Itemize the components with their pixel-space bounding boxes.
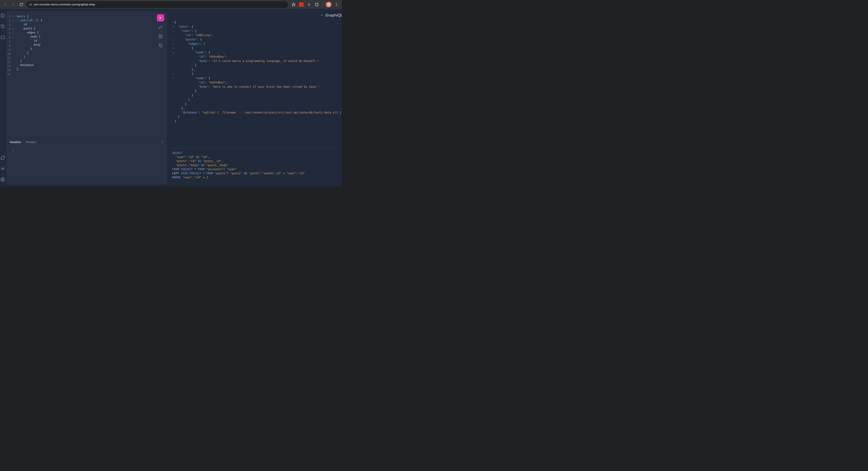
collapse-tabs-icon[interactable] xyxy=(161,140,164,144)
back-button[interactable] xyxy=(2,1,8,8)
browser-toolbar: join-monster-demo.onrender.com/graphql-r… xyxy=(0,0,342,9)
sidebar xyxy=(0,9,5,186)
svg-point-7 xyxy=(336,4,337,5)
svg-rect-16 xyxy=(160,45,162,47)
svg-point-14 xyxy=(159,29,159,29)
svg-point-11 xyxy=(2,179,3,180)
line-gutter: 1 ▾2 ▾3 4 ▾5 ▾6 ▾7 8 9 10 11 12 13 14 15 xyxy=(6,11,15,138)
execute-button[interactable] xyxy=(157,14,164,22)
response-panel: + GraphiQL ▾{▾ "data": {▾ "user": { "id"… xyxy=(167,11,342,184)
bookmark-icon[interactable] xyxy=(291,2,296,7)
copy-icon[interactable] xyxy=(157,42,164,49)
reload-button[interactable] xyxy=(18,1,24,8)
merge-icon[interactable] xyxy=(157,33,164,39)
shortcuts-icon[interactable] xyxy=(0,166,5,171)
query-panel: 1 ▾2 ▾3 4 ▾5 ▾6 ▾7 8 9 10 11 12 13 14 15… xyxy=(6,11,167,184)
forward-button[interactable] xyxy=(10,1,16,8)
svg-point-6 xyxy=(336,3,337,4)
svg-marker-4 xyxy=(292,3,296,6)
incognito-icon[interactable] xyxy=(306,2,312,7)
line-gutter: 1 xyxy=(6,146,15,184)
history-icon[interactable] xyxy=(0,24,5,29)
explorer-icon[interactable] xyxy=(0,35,5,40)
extension-icon[interactable] xyxy=(299,2,304,7)
menu-icon[interactable] xyxy=(334,2,339,7)
svg-point-8 xyxy=(336,5,337,6)
graphiql-logo: GraphiQL xyxy=(325,13,342,18)
svg-rect-9 xyxy=(1,14,4,18)
site-info-icon[interactable] xyxy=(29,3,32,6)
svg-marker-12 xyxy=(160,17,162,19)
svg-point-13 xyxy=(162,26,162,26)
extensions-icon[interactable] xyxy=(314,2,319,7)
response-viewer[interactable]: ▾{▾ "data": {▾ "user": { "id": "VXNlcjoy… xyxy=(169,20,342,148)
url-text: join-monster-demo.onrender.com/graphql-r… xyxy=(34,3,95,6)
profile-avatar[interactable]: N xyxy=(326,2,331,7)
variables-code[interactable] xyxy=(15,146,167,184)
variables-editor[interactable]: 1 xyxy=(6,146,167,184)
docs-icon[interactable] xyxy=(0,13,5,18)
query-code[interactable]: query { user(id: 2) { id posts { edges {… xyxy=(15,11,167,138)
tab-headers[interactable]: Headers xyxy=(26,140,36,144)
tab-variables[interactable]: Variables xyxy=(9,140,21,144)
sql-output: SELECT "user"."id" AS "id", "posts"."id"… xyxy=(172,148,342,184)
prettify-icon[interactable] xyxy=(157,24,164,31)
editor-tabs: Variables Headers 1 xyxy=(6,138,167,184)
settings-icon[interactable] xyxy=(0,177,5,182)
add-tab-button[interactable]: + xyxy=(321,13,323,18)
address-bar[interactable]: join-monster-demo.onrender.com/graphql-r… xyxy=(26,1,288,8)
query-editor[interactable]: 1 ▾2 ▾3 4 ▾5 ▾6 ▾7 8 9 10 11 12 13 14 15… xyxy=(6,11,167,138)
svg-point-5 xyxy=(308,3,310,6)
refetch-icon[interactable] xyxy=(0,155,5,160)
